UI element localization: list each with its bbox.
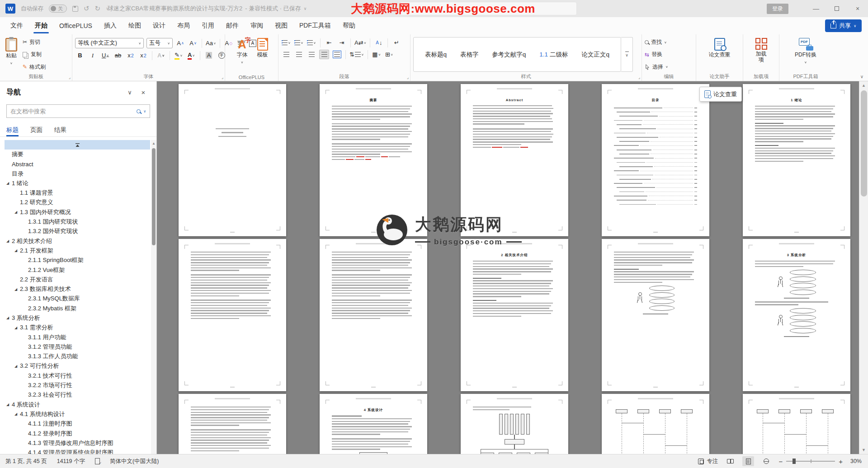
nav-tree-item[interactable]: 3.2.1 技术可行性 <box>0 371 150 380</box>
officeplus-font-button[interactable]: A字 字体 ∨ <box>233 36 252 73</box>
copy-button[interactable]: 复制 <box>23 50 46 59</box>
close-button[interactable]: × <box>847 0 868 17</box>
paper-check-button[interactable]: 论文查重 <box>706 36 733 73</box>
undo-icon[interactable]: ↺ <box>84 5 90 13</box>
show-marks-button[interactable]: ↵ <box>392 38 401 47</box>
doc-scroll-thumb[interactable] <box>861 90 867 197</box>
doc-scroll-up-icon[interactable]: ▲ <box>859 81 868 89</box>
word-count[interactable]: 14119 个字 <box>57 458 85 465</box>
shading-button[interactable]: A <box>204 51 214 60</box>
superscript-button[interactable]: x2 <box>138 51 148 60</box>
nav-tree-item[interactable]: 3.2.2 市场可行性 <box>0 380 150 390</box>
page-thumbnail[interactable] <box>320 239 427 391</box>
navigation-options-chevron-icon[interactable]: ∨ <box>123 89 137 96</box>
nav-tree-item[interactable]: ◢3.2 可行性分析 <box>0 361 150 371</box>
format-painter-button[interactable]: ✎格式刷 <box>23 62 46 71</box>
nav-tree-item[interactable] <box>5 140 150 150</box>
tab-帮助[interactable]: 帮助 <box>337 17 361 34</box>
change-case-button[interactable]: Aa∨ <box>206 38 216 48</box>
language-status[interactable]: 简体中文(中国大陆) <box>110 458 159 465</box>
navigation-search[interactable]: ∨ <box>6 104 150 118</box>
borders-button[interactable]: ⊞∨ <box>384 50 394 59</box>
paragraph-shading-button[interactable]: ▦∨ <box>372 50 382 59</box>
bold-button[interactable]: B <box>75 51 85 60</box>
restore-button[interactable] <box>826 0 847 17</box>
nav-tab-标题[interactable]: 标题 <box>6 126 19 136</box>
nav-tree-item[interactable]: 目录 <box>0 169 150 178</box>
nav-tree-item[interactable]: 3.1.2 管理员功能 <box>0 342 150 351</box>
nav-tree-item[interactable]: 2.3.1 MySQL数据库 <box>0 294 150 304</box>
zoom-slider[interactable] <box>786 461 835 462</box>
font-name-combo[interactable]: 等线 (中文正文)∨ <box>75 38 144 48</box>
tab-绘图[interactable]: 绘图 <box>123 17 147 34</box>
style-item[interactable]: 表格字 <box>460 51 479 59</box>
tab-设计[interactable]: 设计 <box>147 17 171 34</box>
nav-tree-item[interactable]: 4.1.2 登录时序图 <box>0 429 150 438</box>
decrease-indent-button[interactable]: ⇤ <box>324 38 334 47</box>
style-gallery-more-button[interactable]: ∨ <box>621 37 633 72</box>
page-thumbnail[interactable]: 1 绪论 <box>743 84 850 236</box>
nav-tree-item[interactable]: 4.1.4 管理员管理系统信息时序图 <box>0 448 150 454</box>
expand-triangle-icon[interactable]: ◢ <box>14 364 20 368</box>
align-center-button[interactable] <box>294 50 304 59</box>
nav-scroll-thumb[interactable] <box>152 148 156 245</box>
tab-布局[interactable]: 布局 <box>171 17 196 34</box>
asian-layout-button[interactable]: A⇄∨ <box>354 38 366 47</box>
font-size-combo[interactable]: 五号∨ <box>146 38 173 48</box>
nav-tree-item[interactable]: 2.3.2 Mybatis 框架 <box>0 304 150 313</box>
tab-插入[interactable]: 插入 <box>98 17 123 34</box>
web-layout-button[interactable] <box>760 456 772 466</box>
bullet-list-button[interactable]: ∨ <box>281 38 291 47</box>
login-button[interactable]: 登录 <box>767 4 788 14</box>
minimize-button[interactable]: — <box>806 0 826 17</box>
nav-tree-item[interactable]: 2.1.1 SpringBoot框架 <box>0 256 150 265</box>
justify-button[interactable] <box>319 50 329 59</box>
line-spacing-button[interactable]: ⇅∨ <box>349 50 364 59</box>
print-layout-button[interactable] <box>742 456 754 466</box>
search-icon[interactable] <box>137 109 141 113</box>
nav-tree-item[interactable]: 4.1.3 管理员修改用户信息时序图 <box>0 438 150 448</box>
expand-triangle-icon[interactable]: ◢ <box>6 181 12 185</box>
nav-tree-item[interactable]: ◢2 相关技术介绍 <box>0 236 150 246</box>
page-thumbnail[interactable]: 3 系统分析 <box>743 239 850 391</box>
nav-tree-item[interactable]: ◢1 绪论 <box>0 178 150 188</box>
search-input[interactable] <box>10 108 137 115</box>
doc-scroll-down-icon[interactable]: ▼ <box>859 446 868 454</box>
nav-tree-item[interactable]: 1.2 研究意义 <box>0 198 150 207</box>
replace-button[interactable]: ⇆替换 <box>645 50 668 59</box>
nav-tree-item[interactable]: ◢3.1 需求分析 <box>0 323 150 332</box>
page-thumbnail[interactable] <box>602 239 709 391</box>
read-mode-button[interactable] <box>724 456 736 466</box>
italic-button[interactable]: I <box>88 51 98 60</box>
style-item[interactable]: 表标题q <box>425 51 447 59</box>
expand-triangle-icon[interactable]: ◢ <box>6 402 12 407</box>
nav-tree-item[interactable]: 1.3.2 国外研究现状 <box>0 227 150 236</box>
distribute-button[interactable] <box>332 50 342 59</box>
font-color-button[interactable]: A∨ <box>186 51 196 60</box>
nav-tree-item[interactable]: 1.1 课题背景 <box>0 188 150 197</box>
shrink-font-button[interactable]: A∨ <box>188 38 198 48</box>
nav-tree-item[interactable]: 摘要 <box>0 150 150 159</box>
page-thumbnail[interactable] <box>179 239 286 391</box>
highlight-button[interactable]: ✎∨ <box>174 51 184 60</box>
addins-button[interactable]: 加载项 <box>751 36 772 73</box>
text-effects-button[interactable]: A∨ <box>156 51 166 60</box>
nav-tree-item[interactable]: ◢2.3 数据库相关技术 <box>0 284 150 294</box>
page-thumbnail[interactable]: 2 相关技术介绍 <box>461 239 568 391</box>
expand-triangle-icon[interactable]: ◢ <box>14 248 20 253</box>
nav-tab-页面[interactable]: 页面 <box>30 126 42 136</box>
nav-tree-item[interactable]: 4.1.1 注册时序图 <box>0 419 150 429</box>
nav-scroll-up-icon[interactable]: ▲ <box>151 140 156 145</box>
nav-tree-item[interactable]: ◢2.1 开发框架 <box>0 246 150 255</box>
expand-triangle-icon[interactable]: ◢ <box>6 239 12 243</box>
proofing-icon[interactable] <box>95 458 100 464</box>
share-button[interactable]: 共享 ∨ <box>825 19 862 32</box>
zoom-slider-thumb[interactable] <box>793 459 796 464</box>
numbered-list-button[interactable]: ∨ <box>294 38 304 47</box>
navigation-close-icon[interactable]: × <box>137 89 150 96</box>
expand-triangle-icon[interactable]: ◢ <box>14 412 20 416</box>
nav-tree-item[interactable]: Abstract <box>0 159 150 169</box>
nav-tree-item[interactable]: 3.1.3 工作人员功能 <box>0 352 150 361</box>
tab-OfficePLUS[interactable]: OfficePLUS <box>53 17 98 34</box>
collapse-ribbon-icon[interactable]: ∨ <box>860 74 863 79</box>
